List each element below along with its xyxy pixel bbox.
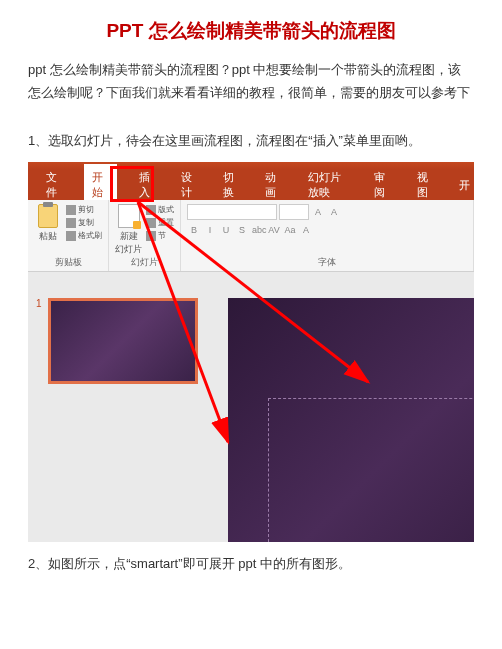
brush-icon xyxy=(66,231,76,241)
slides-group: 新建 幻灯片 版式 重置 节 幻灯片 xyxy=(109,200,181,271)
thumbnail-number: 1 xyxy=(36,298,42,384)
new-slide-icon xyxy=(118,204,140,228)
ribbon-body: 粘贴 剪切 复制 格式刷 剪贴板 新建 幻灯片 版式 重置 xyxy=(28,200,474,272)
thumbnail-row[interactable]: 1 xyxy=(36,298,208,384)
underline-button[interactable]: U xyxy=(219,223,233,237)
paste-label: 粘贴 xyxy=(39,230,57,243)
case-button[interactable]: Aa xyxy=(283,223,297,237)
slides-group-label: 幻灯片 xyxy=(115,256,174,269)
slide-canvas-area: 单击 xyxy=(208,272,474,542)
copy-label: 复制 xyxy=(78,217,94,228)
layout-label: 版式 xyxy=(158,204,174,215)
reset-icon xyxy=(146,218,156,228)
strike-button[interactable]: S xyxy=(235,223,249,237)
layout-icon xyxy=(146,205,156,215)
clipboard-group: 粘贴 剪切 复制 格式刷 剪贴板 xyxy=(28,200,109,271)
copy-icon xyxy=(66,218,76,228)
copy-button[interactable]: 复制 xyxy=(66,217,102,228)
reset-button[interactable]: 重置 xyxy=(146,217,174,228)
page-title: PPT 怎么绘制精美带箭头的流程图 xyxy=(28,18,474,44)
increase-font-button[interactable]: A xyxy=(311,205,325,219)
italic-button[interactable]: I xyxy=(203,223,217,237)
section-label: 节 xyxy=(158,230,166,241)
ribbon-tabs: 文件 开始 插入 设计 切换 动画 幻灯片放映 审阅 视图 开 xyxy=(28,170,474,200)
font-group-label: 字体 xyxy=(187,256,467,269)
new-slide-label: 新建 幻灯片 xyxy=(115,230,142,256)
section-button[interactable]: 节 xyxy=(146,230,174,241)
shadow-button[interactable]: abc xyxy=(251,223,265,237)
format-painter-button[interactable]: 格式刷 xyxy=(66,230,102,241)
reset-label: 重置 xyxy=(158,217,174,228)
spacing-button[interactable]: AV xyxy=(267,223,281,237)
paste-icon xyxy=(38,204,58,228)
format-painter-label: 格式刷 xyxy=(78,230,102,241)
cut-button[interactable]: 剪切 xyxy=(66,204,102,215)
paste-button[interactable]: 粘贴 xyxy=(34,204,62,243)
font-group: A A B I U S abc AV Aa A 字体 xyxy=(181,200,474,271)
decrease-font-button[interactable]: A xyxy=(327,205,341,219)
section-icon xyxy=(146,231,156,241)
slide-canvas[interactable]: 单击 xyxy=(228,298,474,542)
font-family-dropdown[interactable] xyxy=(187,204,277,220)
cut-label: 剪切 xyxy=(78,204,94,215)
clipboard-group-label: 剪贴板 xyxy=(34,256,102,269)
font-size-dropdown[interactable] xyxy=(279,204,309,220)
slide-thumbnail[interactable] xyxy=(48,298,198,384)
font-color-button[interactable]: A xyxy=(299,223,313,237)
layout-button[interactable]: 版式 xyxy=(146,204,174,215)
edit-area: 1 单击 xyxy=(28,272,474,542)
ppt-screenshot: 文件 开始 插入 设计 切换 动画 幻灯片放映 审阅 视图 开 粘贴 剪切 复制… xyxy=(28,162,474,542)
title-placeholder[interactable] xyxy=(268,398,474,542)
step-2-text: 2、如图所示，点“smartart”即可展开 ppt 中的所有图形。 xyxy=(28,552,474,575)
intro-paragraph: ppt 怎么绘制精美带箭头的流程图？ppt 中想要绘制一个带箭头的流程图，该怎么… xyxy=(28,58,474,105)
bold-button[interactable]: B xyxy=(187,223,201,237)
cut-icon xyxy=(66,205,76,215)
thumbnail-pane: 1 xyxy=(28,272,208,542)
step-1-text: 1、选取幻灯片，待会在这里画流程图，流程图在“插入”菜单里面哟。 xyxy=(28,129,474,152)
new-slide-button[interactable]: 新建 幻灯片 xyxy=(115,204,142,256)
tab-more[interactable]: 开 xyxy=(455,172,474,199)
